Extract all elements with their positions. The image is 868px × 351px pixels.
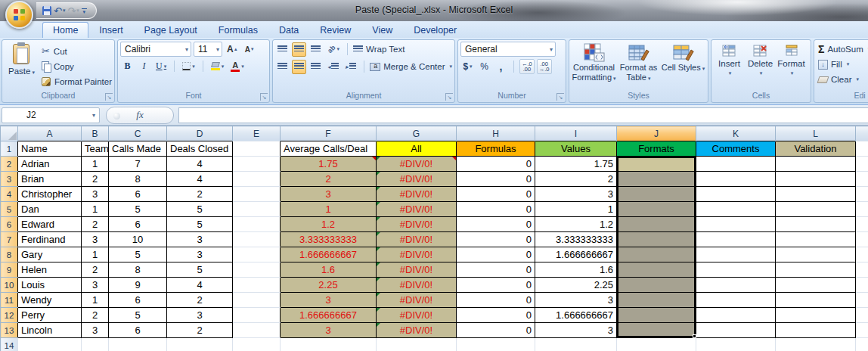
tab-review[interactable]: Review (309, 22, 361, 38)
cell[interactable]: 1 (82, 247, 109, 262)
cell[interactable]: Dan (18, 202, 82, 217)
cell[interactable]: 1.666666667 (281, 308, 377, 323)
cell[interactable]: #DIV/0! (377, 232, 457, 247)
cell[interactable]: 2 (82, 217, 109, 232)
row-header-3[interactable]: 3 (1, 172, 18, 187)
cell[interactable] (233, 217, 281, 232)
cell[interactable]: #DIV/0! (377, 217, 457, 232)
cell[interactable]: #DIV/0! (377, 247, 457, 262)
cell[interactable]: 6 (109, 323, 167, 338)
column-header-E[interactable]: E (233, 126, 281, 141)
cell[interactable] (233, 323, 281, 338)
cell[interactable]: 6 (109, 293, 167, 308)
fill-color-button[interactable]: ▾ (209, 59, 227, 73)
cell[interactable] (696, 187, 776, 202)
header-cell-G1[interactable]: All (377, 141, 457, 157)
cell[interactable]: 2 (82, 172, 109, 187)
cell[interactable]: 1 (82, 157, 109, 172)
cell[interactable]: 8 (109, 262, 167, 278)
cell[interactable] (776, 262, 856, 278)
align-left-button[interactable] (275, 60, 290, 74)
cell[interactable]: Gary (18, 247, 82, 262)
active-cell-J2[interactable] (617, 157, 696, 172)
row-header-1[interactable]: 1 (1, 141, 18, 157)
decrease-indent-button[interactable]: ◂ (325, 60, 341, 74)
header-cell-J1[interactable]: Formats (617, 141, 696, 157)
header-cell-B1[interactable]: Team (82, 141, 109, 157)
header-cell-I1[interactable]: Values (535, 141, 617, 157)
cell[interactable] (535, 338, 617, 351)
cell[interactable] (233, 172, 281, 187)
cell[interactable]: 5 (109, 247, 167, 262)
cell[interactable] (617, 338, 696, 351)
cell[interactable]: #DIV/0! (377, 172, 457, 187)
cell[interactable] (776, 217, 856, 232)
cell[interactable]: 1.666666667 (535, 247, 617, 262)
copy-button[interactable]: Copy (42, 60, 112, 73)
cell[interactable]: 1.6 (535, 262, 617, 278)
cell[interactable]: #DIV/0! (377, 308, 457, 323)
name-box[interactable]: J2 ▾ (2, 107, 100, 123)
cell[interactable]: 2 (82, 308, 109, 323)
select-all-corner[interactable] (1, 126, 18, 141)
cell[interactable] (856, 202, 868, 217)
cell[interactable]: 3 (535, 323, 617, 338)
decrease-decimal-button[interactable]: .00→.0 (537, 59, 552, 74)
cell[interactable] (233, 293, 281, 308)
font-name-combo[interactable]: Calibri▾ (120, 42, 191, 57)
cell[interactable] (696, 172, 776, 187)
cell[interactable] (856, 232, 868, 247)
cell[interactable] (776, 172, 856, 187)
row-header-14[interactable]: 14 (1, 338, 18, 351)
cell[interactable] (856, 141, 868, 157)
cell[interactable]: 3 (535, 187, 617, 202)
cell[interactable] (281, 338, 377, 351)
cell[interactable]: 5 (167, 262, 233, 278)
cell[interactable]: 1.6 (281, 262, 377, 278)
cell[interactable] (696, 338, 776, 351)
cell[interactable]: 3 (167, 308, 233, 323)
cell[interactable] (167, 338, 233, 351)
cell[interactable]: 4 (167, 278, 233, 293)
cell[interactable] (776, 293, 856, 308)
underline-button[interactable]: U▾ (153, 59, 169, 73)
grow-font-button[interactable]: A▲ (225, 42, 240, 57)
tab-page-layout[interactable]: Page Layout (134, 22, 208, 38)
selected-cell[interactable] (617, 232, 696, 247)
cell[interactable]: 5 (109, 202, 167, 217)
cell[interactable]: 3 (82, 323, 109, 338)
increase-decimal-button[interactable]: ←.0.00 (519, 59, 535, 74)
cell[interactable]: 1.75 (281, 157, 377, 172)
cell[interactable] (696, 262, 776, 278)
orientation-button[interactable]: ab▾ (325, 42, 342, 57)
cell[interactable]: 9 (109, 278, 167, 293)
cell[interactable]: 0 (457, 157, 535, 172)
cell[interactable]: 3 (82, 278, 109, 293)
cell[interactable] (696, 247, 776, 262)
cell[interactable]: 1 (82, 293, 109, 308)
cell[interactable]: 6 (109, 187, 167, 202)
cell[interactable]: 0 (457, 293, 535, 308)
cell[interactable] (233, 232, 281, 247)
wrap-text-button[interactable]: Wrap Text (353, 42, 405, 57)
cell[interactable] (856, 247, 868, 262)
cell[interactable] (82, 338, 109, 351)
cell[interactable] (776, 232, 856, 247)
column-header-A[interactable]: A (18, 126, 82, 141)
cell[interactable]: 0 (457, 187, 535, 202)
row-header-4[interactable]: 4 (1, 187, 18, 202)
cell[interactable] (377, 338, 457, 351)
cell[interactable]: 3.333333333 (281, 232, 377, 247)
cell[interactable] (696, 232, 776, 247)
merge-center-button[interactable]: Merge & Center▾ (370, 59, 452, 74)
cell[interactable] (856, 278, 868, 293)
cell[interactable]: Helen (18, 262, 82, 278)
cell[interactable]: Louis (18, 278, 82, 293)
cell[interactable] (696, 202, 776, 217)
cell[interactable] (856, 262, 868, 278)
column-header-H[interactable]: H (457, 126, 535, 141)
cell[interactable]: 3 (281, 293, 377, 308)
header-cell-H1[interactable]: Formulas (457, 141, 535, 157)
cell[interactable] (233, 202, 281, 217)
row-header-13[interactable]: 13 (1, 323, 18, 338)
